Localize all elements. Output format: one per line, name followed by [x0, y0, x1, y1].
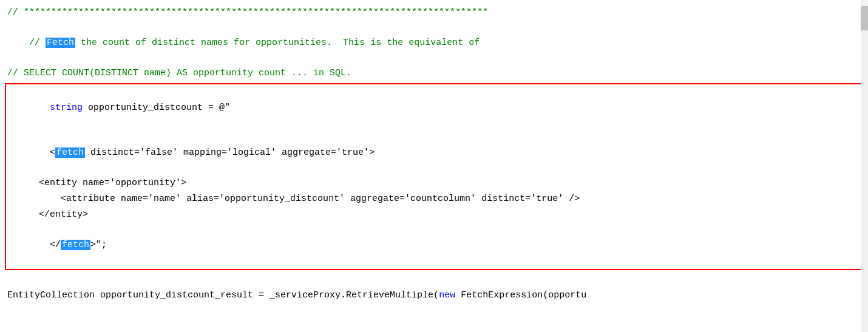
fetch-tag-open: fetch	[55, 147, 85, 158]
fetch-tag-close: fetch	[61, 240, 90, 250]
fetch-keyword-highlight: Fetch	[46, 38, 75, 48]
fetch-xml-box: string opportunity_distcount = @" <fetch…	[5, 83, 863, 270]
line-string-decl: string opportunity_distcount = @"	[10, 86, 858, 130]
line-entity-open: <entity name='opportunity'>	[10, 175, 858, 191]
empty-line-2	[0, 303, 868, 319]
new-keyword: new	[439, 290, 455, 300]
angle-open: <	[50, 147, 55, 158]
line-entity-collection: EntityCollection opportunity_distcount_r…	[0, 288, 868, 303]
fetch-attrs: distinct='false' mapping='logical' aggre…	[85, 147, 375, 158]
scrollbar[interactable]	[861, 0, 868, 332]
line-foreach: foreach (var c in opportunity_distcount_…	[0, 319, 868, 332]
comment-prefix: //	[29, 38, 46, 48]
line-comment-stars: // *************************************…	[0, 5, 868, 21]
line-entity-close: </entity>	[10, 207, 858, 223]
scrollbar-thumb[interactable]	[861, 6, 868, 30]
code-block: // *************************************…	[0, 0, 868, 332]
line-fetch-open: <fetch distinct='false' mapping='logical…	[10, 130, 858, 175]
line-attribute: <attribute name='name' alias='opportunit…	[10, 191, 858, 207]
string-keyword: string	[50, 103, 83, 113]
empty-line-1	[0, 272, 868, 288]
line-comment-fetch: // Fetch the count of distinct names for…	[0, 21, 868, 66]
angle-close-slash: </	[50, 240, 61, 250]
fetch-close-end: >";	[90, 240, 107, 250]
line-comment-select: // SELECT COUNT(DISTINCT name) AS opport…	[0, 66, 868, 81]
string-var: opportunity_distcount = @"	[83, 103, 230, 113]
comment-suffix: the count of distinct names for opportun…	[75, 38, 480, 48]
line-fetch-close: </fetch>";	[10, 223, 858, 268]
